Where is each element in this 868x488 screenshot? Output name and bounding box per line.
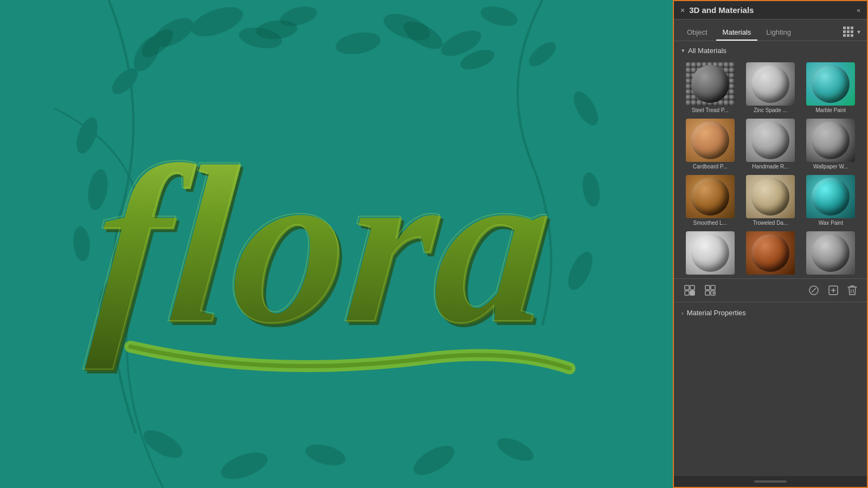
- material-properties-label: Material Properties: [687, 309, 746, 317]
- material-thumb-marble: [806, 62, 855, 106]
- trash-button[interactable]: [845, 284, 859, 297]
- material-label-marble: Marble Paint: [815, 107, 846, 113]
- svg-rect-34: [690, 291, 695, 295]
- tab-chevron-icon[interactable]: ▾: [857, 28, 860, 36]
- svg-rect-31: [685, 285, 689, 290]
- tab-materials[interactable]: Materials: [716, 25, 758, 41]
- resize-handle[interactable]: [754, 480, 787, 483]
- apply-material-button[interactable]: [681, 283, 698, 297]
- panel-header: × 3D and Materials «: [674, 1, 867, 19]
- material-item-wallpaper[interactable]: Wallpaper W...: [801, 116, 860, 172]
- material-thumb-zinc-spade: [746, 62, 795, 106]
- grid-view-icon[interactable]: [843, 27, 854, 37]
- add-material-button[interactable]: [826, 284, 841, 297]
- panel-body: ▾ All Materials Steel Tread P... Zinc Sp…: [674, 41, 867, 476]
- material-thumb-handmade: [746, 119, 795, 162]
- material-item-handmade[interactable]: Handmade R...: [741, 116, 800, 172]
- material-thumb-row4c: [806, 231, 855, 275]
- material-item-troweled[interactable]: Troweled Da...: [741, 173, 800, 228]
- materials-scroll-wrap: Steel Tread P... Zinc Spade ... Marble P…: [674, 60, 867, 278]
- material-label-cardboard: Cardboard P...: [693, 164, 728, 170]
- material-thumb-troweled: [746, 175, 795, 218]
- material-item-row4b[interactable]: [741, 229, 800, 278]
- material-label-troweled: Troweled Da...: [753, 220, 788, 226]
- material-thumb-row4a: [686, 231, 735, 275]
- panel-title: 3D and Materials: [685, 5, 857, 15]
- material-item-marble[interactable]: Marble Paint: [801, 60, 860, 115]
- properties-chevron-icon: ›: [681, 310, 684, 316]
- svg-rect-35: [705, 285, 710, 290]
- panel-close-button[interactable]: ×: [680, 6, 685, 15]
- material-item-smoothed[interactable]: Smoothed L...: [680, 173, 740, 228]
- material-item-zinc-spade[interactable]: Zinc Spade ...: [741, 60, 800, 115]
- materials-toolbar: [674, 278, 867, 302]
- material-thumb-wallpaper: [806, 119, 855, 162]
- material-thumb-steel-tread: [686, 62, 735, 106]
- svg-rect-37: [705, 291, 710, 295]
- 3d-materials-panel: × 3D and Materials « Object Materials Li…: [673, 0, 868, 488]
- section-chevron-icon: ▾: [681, 47, 685, 54]
- panel-tabs: Object Materials Lighting ▾: [674, 19, 867, 41]
- material-item-cardboard[interactable]: Cardboard P...: [680, 116, 740, 172]
- all-materials-section[interactable]: ▾ All Materials: [674, 41, 867, 60]
- material-thumb-row4b: [746, 231, 795, 275]
- material-label-steel-tread: Steel Tread P...: [692, 107, 729, 113]
- material-item-wax-paint[interactable]: Wax Paint: [801, 173, 860, 228]
- material-label-handmade: Handmade R...: [752, 164, 788, 170]
- svg-rect-33: [685, 291, 689, 295]
- svg-rect-36: [711, 285, 715, 290]
- material-item-steel-tread[interactable]: Steel Tread P...: [680, 60, 740, 115]
- panel-collapse-button[interactable]: «: [857, 6, 860, 14]
- new-material-button[interactable]: [702, 283, 718, 297]
- material-label-wax-paint: Wax Paint: [819, 220, 843, 226]
- material-label-zinc-spade: Zinc Spade ...: [754, 107, 787, 113]
- materials-grid: Steel Tread P... Zinc Spade ... Marble P…: [674, 60, 867, 278]
- svg-line-42: [812, 288, 816, 292]
- material-label-wallpaper: Wallpaper W...: [813, 164, 848, 170]
- tab-lighting[interactable]: Lighting: [760, 25, 798, 41]
- material-thumb-smoothed: [686, 175, 735, 218]
- delete-material-button[interactable]: [806, 284, 821, 297]
- canvas-area: flora flora flora: [0, 0, 673, 488]
- panel-footer: [674, 476, 867, 487]
- material-item-row4a[interactable]: [680, 229, 740, 278]
- material-thumb-cardboard: [686, 119, 735, 162]
- svg-rect-32: [690, 285, 695, 290]
- material-label-smoothed: Smoothed L...: [693, 220, 727, 226]
- all-materials-label: All Materials: [688, 47, 726, 55]
- material-thumb-wax: [806, 175, 855, 218]
- tab-object[interactable]: Object: [680, 25, 714, 41]
- svg-text:flora: flora: [83, 118, 561, 370]
- material-properties-section[interactable]: › Material Properties: [674, 302, 867, 323]
- material-item-row4c[interactable]: [801, 229, 860, 278]
